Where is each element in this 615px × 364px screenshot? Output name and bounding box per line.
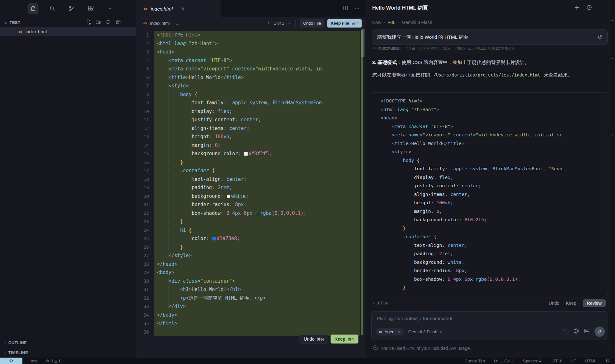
breadcrumb-more[interactable]: ... [176,21,180,26]
tab-index-html[interactable]: <> index.html ✕ [136,0,221,17]
line-number: 4 [136,56,154,65]
files-changed-toggle[interactable]: › 1 File [373,301,388,305]
explorer-icon[interactable] [28,3,38,14]
source-control-icon[interactable] [66,3,77,14]
cursor-position[interactable]: Ln 1, Col 1 [494,359,514,363]
code-line: <!DOCTYPE html> [378,97,608,105]
extensions-icon[interactable] [85,3,96,14]
file-name-label: index.html [26,29,47,34]
sidebar-item-index-html[interactable]: <> index.html [0,27,136,36]
code-line: display: flex; [378,173,608,182]
code-line: 23 } [136,217,365,226]
diff-added-marker [361,30,363,335]
user-message-bubble[interactable]: 請幫我建立一個 Hello World 的 HTML 網頁 ↺ [372,29,608,45]
chat-code-block[interactable]: <!DOCTYPE html><html lang="zh-Hant"><hea… [372,92,608,296]
code-line: 28</head> [136,260,365,269]
api-usage-notice: You've used 67% of your included API usa… [373,345,470,351]
undo-all-button[interactable]: Undo [549,301,559,306]
line-number: 28 [136,260,154,269]
keep-file-button[interactable]: Keep File ⌘⏎ [327,19,362,28]
agent-mode-select[interactable]: ∞ Agent ∨ [375,328,404,336]
scrollbar-thumb[interactable] [361,29,365,57]
history-clock-icon[interactable] [586,5,592,12]
keep-all-button[interactable]: Keep [566,301,576,306]
list-item-bold: 2. 響應式設計 [372,47,402,50]
refresh-icon[interactable] [106,20,111,26]
line-number: 21 [136,200,154,209]
split-editor-icon[interactable] [343,5,348,12]
code-line: 15 background-color: #f0f2f5; [136,150,365,158]
code-line: 22 box-shadow: 0 4px 6px rgba(0,0,0,0.1)… [136,209,365,218]
new-file-icon[interactable] [86,20,91,26]
notifications-bell-icon[interactable] [605,358,610,364]
breadcrumb-file[interactable]: index.html [150,21,170,26]
code-line: 3<head> [136,48,365,56]
undo-file-button[interactable]: Undo File [300,19,324,28]
code-line: background: white; [378,258,608,267]
code-editor[interactable]: Undo ⌘N Keep ⌘Y 1<!DOCTYPE html>2<html l… [136,29,365,358]
list-item-text: 設定，確保在手機上也能正常顯示。 [441,47,519,50]
restore-checkpoint-icon[interactable]: ↺ [598,34,602,41]
new-chat-icon[interactable] [574,5,579,12]
chevron-right-icon: › [373,301,374,305]
code-line: 25 color: #1a73e8; [136,234,365,243]
cursor-tab-toggle[interactable]: Cursor Tab [465,359,485,363]
explorer-section-header[interactable]: ∨ TEST [0,19,136,27]
chat-more-icon[interactable]: ⋯ [599,5,604,11]
web-globe-icon[interactable] [573,328,579,335]
line-number: 33 [136,302,154,311]
code-line: 10 display: flex; [136,107,365,116]
search-icon[interactable] [47,3,58,14]
prev-change-icon[interactable]: ∧ [267,21,270,25]
branch-project-label[interactable]: test [31,359,37,363]
next-change-icon[interactable]: ∨ [288,21,291,25]
user-message-text: 請幫我建立一個 Hello World 的 HTML 網頁 [377,34,598,40]
review-button[interactable]: Review [583,299,606,307]
problems-indicator[interactable]: ⊗ 0 △ 0 [46,359,62,363]
keep-hunk-button[interactable]: Keep ⌘Y [331,335,358,344]
line-number: 11 [136,116,154,124]
list-item-text: ：包含 [402,47,417,50]
attach-image-icon[interactable] [584,328,590,335]
activity-more-chevron-icon[interactable] [104,3,115,14]
remote-indicator[interactable] [0,358,22,364]
scrollbar[interactable] [360,29,365,358]
undo-hunk-button[interactable]: Undo ⌘N [299,335,328,344]
code-line: 32 <p>這是一個簡單的 HTML 網頁。</p> [136,294,365,303]
code-line: 7 <style> [136,82,365,90]
line-number: 3 [136,48,154,56]
close-icon[interactable]: ✕ [181,6,185,11]
model-select[interactable]: Gemini 3 Flash ∨ [408,329,442,334]
code-line: font-family: -apple-system, BlinkMacSyst… [378,165,608,173]
language-mode[interactable]: HTML [585,359,596,363]
line-number: 27 [136,251,154,260]
code-line: 8 body { [136,90,365,99]
list-item-text: ：使用 CSS 讓內容置中，並加上了現代感的背景與卡片設計。 [397,60,529,65]
file-path-code[interactable]: /Users/dorisliao/projects/test/index.htm… [431,72,542,78]
code-line: <title>Hello World</title> [378,139,608,148]
collapse-all-icon[interactable] [116,20,121,26]
error-count: 0 [51,359,53,363]
eol-setting[interactable]: LF [571,359,576,363]
undo-shortcut: ⌘N [317,337,324,342]
editor-more-icon[interactable]: ⋯ [355,6,360,12]
code-line: 30 <div class="container"> [136,277,365,286]
usage-text: You've used 67% of your included API usa… [381,346,470,351]
line-number: 5 [136,65,154,73]
line-number: 13 [136,133,154,141]
outline-section-header[interactable]: › OUTLINE [0,338,136,347]
code-line: <meta charset="UTF-8"> [378,122,608,131]
indentation-setting[interactable]: Spaces: 4 [523,359,542,363]
usage-gauge-icon [373,345,378,351]
model-label: Gemini 3 Flash [402,20,432,25]
edge-mark [611,20,614,21]
voice-mic-button[interactable] [594,327,605,337]
code-line: 26 } [136,243,365,252]
chevron-down-icon: ∨ [398,330,400,334]
timeline-section-header[interactable]: › TIMELINE [0,348,136,357]
chat-input[interactable]: Plan, @ for context, / for commands ∞ Ag… [371,311,608,340]
new-folder-icon[interactable] [96,20,101,26]
keep-file-shortcut: ⌘⏎ [351,21,358,26]
encoding-setting[interactable]: UTF-8 [551,359,562,363]
code-line: 20 background: white; [136,192,365,201]
